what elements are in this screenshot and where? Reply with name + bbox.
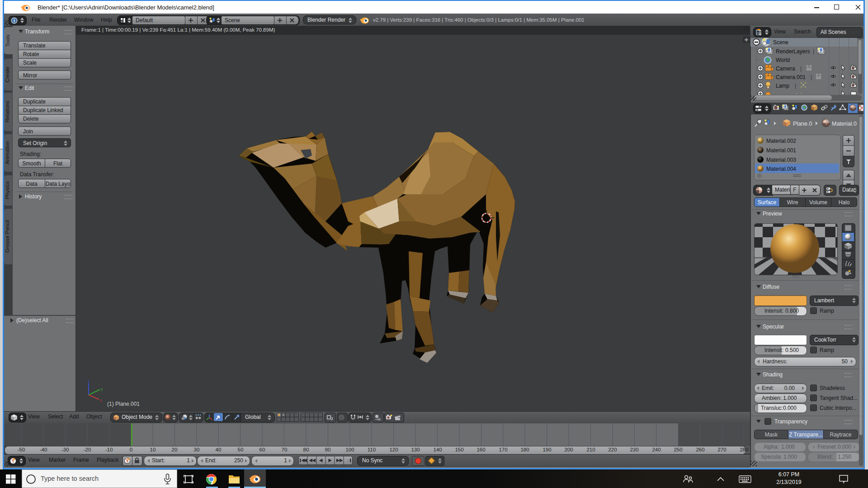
- svg-text:World: World: [776, 57, 790, 63]
- svg-text:|: |: [811, 74, 812, 80]
- svg-text:Scene: Scene: [773, 39, 788, 46]
- svg-text:Material.0: Material.0: [832, 121, 857, 127]
- svg-text:Material.003: Material.003: [766, 157, 796, 163]
- svg-text:RenderLayers: RenderLayers: [776, 48, 810, 55]
- svg-text:|: |: [813, 48, 814, 55]
- svg-text:|: |: [800, 66, 802, 72]
- svg-text:Material.002: Material.002: [766, 138, 796, 144]
- svg-text:Camera: Camera: [776, 66, 795, 72]
- svg-text:Camera.001: Camera.001: [776, 74, 806, 80]
- svg-text:Lamp: Lamp: [776, 83, 789, 89]
- svg-text:Material.004: Material.004: [766, 166, 796, 172]
- svg-text:Material.001: Material.001: [766, 147, 796, 154]
- svg-text:|: |: [795, 83, 796, 89]
- svg-text:i: i: [14, 18, 15, 23]
- svg-text:Plane.0: Plane.0: [793, 121, 812, 127]
